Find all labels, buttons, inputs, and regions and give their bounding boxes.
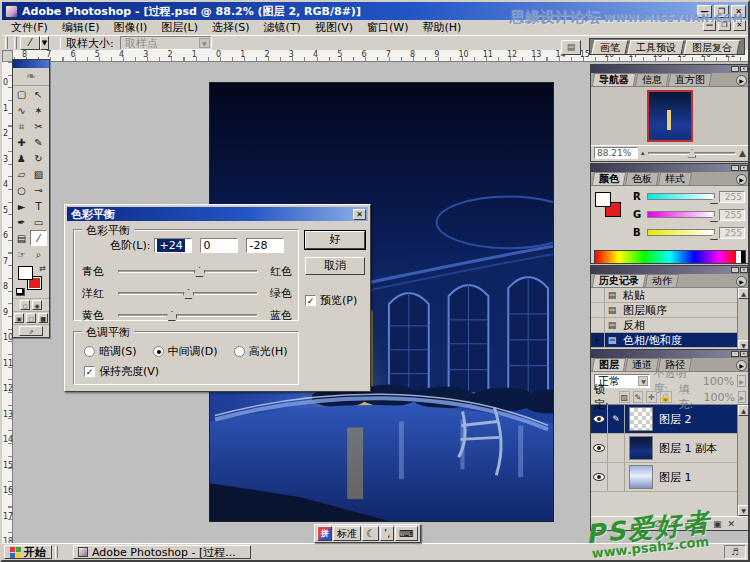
tone-radio[interactable]: 高光(H) <box>234 344 288 359</box>
gradient-tool[interactable]: ▧ <box>30 166 47 182</box>
cancel-button[interactable]: 取消 <box>305 257 365 275</box>
palette-menu-icon[interactable]: ▶ <box>736 276 747 287</box>
history-brush-tool[interactable]: ↻ <box>30 150 47 166</box>
well-tab[interactable]: 画笔 <box>592 40 629 54</box>
type-tool[interactable]: T <box>30 198 47 214</box>
ime-standard-button[interactable]: 标准 <box>333 526 361 541</box>
palette-close-button[interactable]: ✕ <box>740 66 748 72</box>
channel-slider[interactable] <box>647 229 715 236</box>
fill-value[interactable]: 100% <box>704 391 735 404</box>
channel-slider-thumb[interactable] <box>710 215 718 222</box>
volume-icon[interactable]: ♬ <box>731 547 739 557</box>
tab-颜色[interactable]: 颜色 <box>592 172 626 185</box>
history-source-well[interactable]: ▸ <box>591 333 605 347</box>
fullscreen-button[interactable]: ■ <box>38 313 48 323</box>
palette-minimize-button[interactable]: – <box>731 66 739 72</box>
dialog-close-button[interactable]: ✕ <box>353 209 366 220</box>
balance-slider-track[interactable] <box>118 270 258 273</box>
lock-all-icon[interactable]: 🔒 <box>660 391 672 403</box>
slice-tool[interactable]: ✂ <box>30 118 47 134</box>
ime-punctuation-icon[interactable]: ’, <box>380 526 394 541</box>
scroll-up-icon[interactable]: ▲ <box>738 288 749 299</box>
channel-slider[interactable] <box>647 211 715 218</box>
palette-title-bar[interactable]: – ✕ <box>591 350 749 358</box>
history-source-well[interactable] <box>591 288 605 302</box>
balance-slider-thumb[interactable] <box>166 311 177 321</box>
brush-tool[interactable]: ✎ <box>30 134 47 150</box>
history-item[interactable]: ▤图层顺序 <box>591 303 737 318</box>
magic-wand-tool[interactable]: ✶ <box>30 102 47 118</box>
channel-value[interactable]: 255 <box>719 209 745 221</box>
layer-thumbnail[interactable] <box>629 436 653 460</box>
menu-item[interactable]: 选择(S) <box>205 21 257 35</box>
ime-fullwidth-icon[interactable]: ☾ <box>362 526 379 541</box>
palette-title-bar[interactable]: – ✕ <box>591 164 749 172</box>
radio-icon[interactable] <box>84 346 95 357</box>
menu-item[interactable]: 视图(V) <box>308 21 360 35</box>
navigator-thumbnail[interactable] <box>647 90 693 142</box>
luminosity-checkbox-row[interactable]: ✓ 保持亮度(V) <box>84 364 159 379</box>
radio-icon[interactable] <box>234 346 245 357</box>
dropdown-arrow-icon[interactable]: ▼ <box>199 38 210 48</box>
fill-spinner-icon[interactable]: ▶ <box>738 391 746 403</box>
zoom-out-icon[interactable]: ▴ <box>641 149 645 157</box>
scroll-up-icon[interactable]: ▲ <box>738 405 749 416</box>
palette-title-bar[interactable]: – ✕ <box>591 266 749 274</box>
menu-item[interactable]: 窗口(W) <box>360 21 415 35</box>
eyedropper-tool[interactable]: ⁄ <box>30 230 47 246</box>
layers-scrollbar[interactable]: ▲ ▼ <box>737 405 749 516</box>
layer-visibility-cell[interactable] <box>591 434 608 462</box>
radio-icon[interactable] <box>153 346 164 357</box>
ok-button[interactable]: 好 <box>305 231 365 249</box>
palette-minimize-button[interactable]: – <box>731 165 739 171</box>
menu-item[interactable]: 滤镜(T) <box>257 21 308 35</box>
lock-image-icon[interactable]: ✎ <box>633 391 644 403</box>
palette-menu-icon[interactable]: ▶ <box>736 75 747 86</box>
clone-stamp-tool[interactable]: ♟ <box>13 150 30 166</box>
tab-通道[interactable]: 通道 <box>625 358 659 371</box>
lasso-tool[interactable]: ∿ <box>13 102 30 118</box>
hand-tool[interactable]: ☞ <box>13 246 30 262</box>
quick-mask-mode-button[interactable]: ◉ <box>32 300 42 310</box>
eye-icon[interactable] <box>593 415 605 423</box>
crop-tool[interactable]: ⌗ <box>13 118 30 134</box>
history-source-well[interactable] <box>591 318 605 332</box>
dialog-title-bar[interactable]: 色彩平衡 ✕ <box>67 207 368 221</box>
palette-menu-icon[interactable]: ▶ <box>736 174 747 185</box>
eye-icon[interactable] <box>593 473 605 481</box>
lock-transparency-icon[interactable]: ▨ <box>619 391 630 403</box>
opacity-value[interactable]: 100% <box>703 375 734 388</box>
tool-preset-picker[interactable]: ⁄ ▼ <box>20 36 49 50</box>
menu-item[interactable]: 帮助(H) <box>415 21 468 35</box>
history-scrollbar[interactable]: ▲ ▼ <box>737 288 749 351</box>
well-tab[interactable]: 图层复合 <box>684 40 741 54</box>
tab-图层[interactable]: 图层 <box>592 358 626 371</box>
balance-slider-thumb[interactable] <box>194 267 205 277</box>
tab-直方图[interactable]: 直方图 <box>668 73 712 86</box>
balance-slider-track[interactable] <box>118 292 258 295</box>
layer-link-cell[interactable]: ✎ <box>608 405 625 433</box>
eye-icon[interactable] <box>593 444 605 452</box>
navigator-zoom-value[interactable]: 88.21% <box>594 147 638 159</box>
layer-visibility-cell[interactable] <box>591 405 608 433</box>
levels-input[interactable]: -28 <box>246 238 284 253</box>
chevron-down-icon[interactable]: ▼ <box>40 36 49 50</box>
history-item[interactable]: ▤反相 <box>591 318 737 333</box>
ime-softkeyboard-icon[interactable]: ⌨ <box>395 526 417 541</box>
zoom-in-icon[interactable]: ▲ <box>739 148 746 158</box>
swap-colors-icon[interactable]: ⇄ <box>39 264 46 273</box>
palette-menu-icon[interactable]: ▶ <box>736 360 747 371</box>
color-spectrum-ramp[interactable] <box>594 250 746 264</box>
menu-item[interactable]: 文件(F) <box>4 21 55 35</box>
move-tool[interactable]: ↖ <box>30 86 47 102</box>
palette-title-bar[interactable]: – ✕ <box>591 65 749 73</box>
navigator-zoom-slider[interactable] <box>648 152 737 155</box>
preview-checkbox[interactable]: ✓ <box>305 295 316 306</box>
menu-item[interactable]: 图像(I) <box>106 21 154 35</box>
channel-slider-thumb[interactable] <box>710 233 718 240</box>
eraser-tool[interactable]: ▱ <box>13 166 30 182</box>
foreground-color-swatch[interactable] <box>595 192 611 207</box>
palette-minimize-button[interactable]: – <box>731 267 739 273</box>
sample-size-select[interactable]: 取样点 ▼ <box>120 36 212 50</box>
balance-slider-thumb[interactable] <box>183 289 194 299</box>
